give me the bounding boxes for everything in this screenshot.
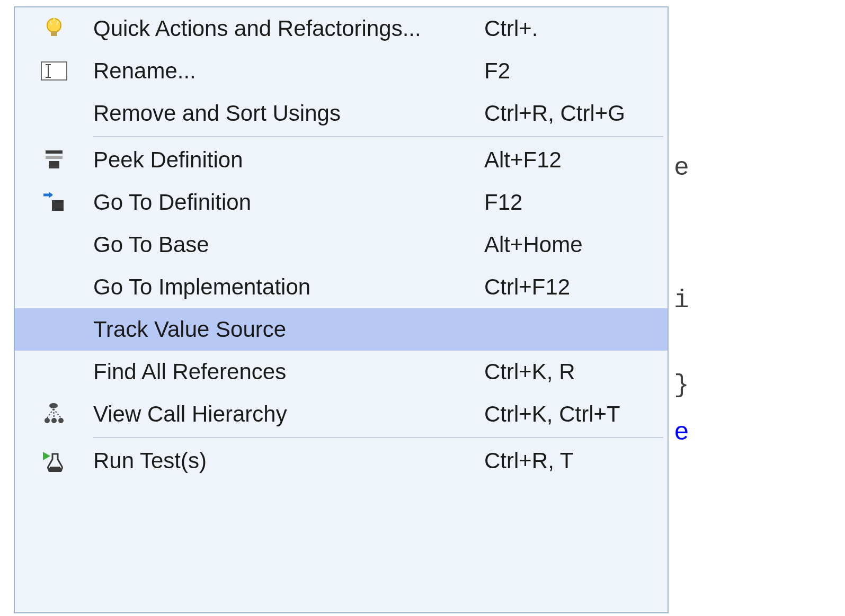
menu-item-label: Quick Actions and Refactorings... [93,16,484,41]
menu-item-shortcut: Ctrl+. [484,16,668,41]
menu-item-shortcut: F12 [484,190,668,215]
lightbulb-icon [15,7,93,50]
menu-item-shortcut: Ctrl+K, R [484,359,668,385]
code-fragment: e [674,418,689,447]
menu-item-shortcut: Alt+F12 [484,147,668,173]
peek-definition-icon [15,139,93,181]
menu-item-remove-sort-usings[interactable]: Remove and Sort Usings Ctrl+R, Ctrl+G [15,92,668,135]
rename-icon [15,50,93,92]
menu-item-shortcut: Ctrl+R, Ctrl+G [484,101,668,126]
menu-item-shortcut: F2 [484,58,668,84]
svg-rect-4 [46,150,63,154]
svg-rect-5 [46,156,63,159]
menu-item-track-value-source[interactable]: Track Value Source [15,308,668,351]
menu-separator [15,435,668,440]
menu-item-label: Peek Definition [93,147,484,173]
go-to-definition-icon [15,181,93,224]
blank-icon [15,266,93,308]
menu-item-peek-definition[interactable]: Peek Definition Alt+F12 [15,139,668,181]
menu-item-label: Go To Definition [93,190,484,215]
code-fragment: e [674,154,689,182]
menu-item-view-call-hierarchy[interactable]: View Call Hierarchy Ctrl+K, Ctrl+T [15,393,668,435]
menu-item-label: Track Value Source [93,317,484,342]
svg-point-8 [45,418,50,423]
menu-item-shortcut: Ctrl+K, Ctrl+T [484,401,668,427]
code-fragment: } [674,371,689,399]
svg-rect-6 [49,161,59,168]
menu-item-label: Go To Implementation [93,274,484,300]
menu-item-label: Go To Base [93,232,484,257]
svg-rect-2 [41,62,67,80]
menu-item-shortcut: Ctrl+R, T [484,448,668,474]
menu-item-rename[interactable]: Rename... F2 [15,50,668,92]
menu-item-label: Run Test(s) [93,448,484,474]
menu-item-quick-actions[interactable]: Quick Actions and Refactorings... Ctrl+. [15,7,668,50]
menu-item-go-to-base[interactable]: Go To Base Alt+Home [15,224,668,266]
menu-item-go-to-implementation[interactable]: Go To Implementation Ctrl+F12 [15,266,668,308]
svg-rect-7 [52,200,64,211]
menu-separator [15,135,668,139]
svg-rect-1 [51,31,57,36]
menu-item-run-tests[interactable]: Run Test(s) Ctrl+R, T [15,440,668,482]
code-fragment: i [674,286,689,315]
menu-item-label: Remove and Sort Usings [93,101,484,126]
blank-icon [15,224,93,266]
menu-item-go-to-definition[interactable]: Go To Definition F12 [15,181,668,224]
menu-item-find-all-references[interactable]: Find All References Ctrl+K, R [15,351,668,393]
editor-context-menu[interactable]: Quick Actions and Refactorings... Ctrl+.… [14,6,669,613]
blank-icon [15,351,93,393]
blank-icon [15,92,93,135]
menu-item-shortcut: Alt+Home [484,232,668,257]
menu-item-label: Find All References [93,359,484,385]
blank-icon [15,308,93,351]
svg-point-9 [51,418,57,423]
menu-item-label: Rename... [93,58,484,84]
run-tests-icon [15,440,93,482]
menu-item-shortcut: Ctrl+F12 [484,274,668,300]
svg-point-10 [58,418,64,423]
menu-item-label: View Call Hierarchy [93,401,484,427]
call-hierarchy-icon [15,393,93,435]
